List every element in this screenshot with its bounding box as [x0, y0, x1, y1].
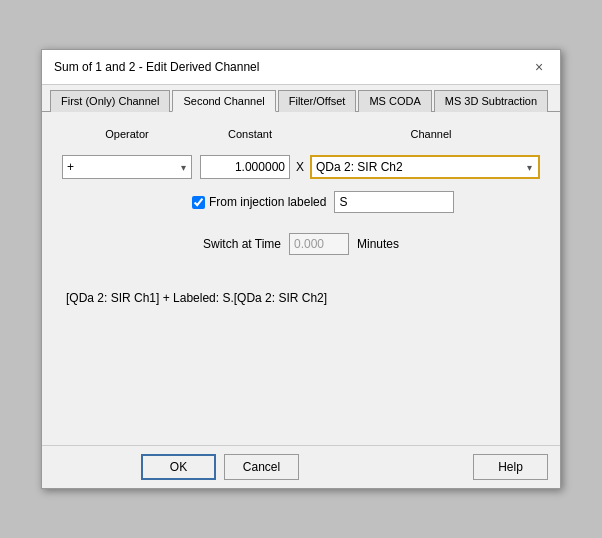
- switch-input[interactable]: [289, 233, 349, 255]
- dialog: Sum of 1 and 2 - Edit Derived Channel × …: [41, 49, 561, 489]
- button-bar: OK Cancel Help: [42, 445, 560, 488]
- title-bar: Sum of 1 and 2 - Edit Derived Channel ×: [42, 50, 560, 85]
- channel-label: Channel: [322, 128, 540, 140]
- button-bar-inner: OK Cancel Help: [54, 454, 548, 480]
- x-label: X: [296, 160, 304, 174]
- tab-bar: First (Only) Channel Second Channel Filt…: [42, 85, 560, 112]
- tab-filter-offset[interactable]: Filter/Offset: [278, 90, 357, 112]
- formula-text: [QDa 2: SIR Ch1] + Labeled: S.[QDa 2: SI…: [66, 291, 327, 305]
- injection-text-input[interactable]: [334, 191, 454, 213]
- tab-second-channel[interactable]: Second Channel: [172, 90, 275, 112]
- operator-label: Operator: [62, 128, 192, 140]
- constant-input[interactable]: [200, 155, 290, 179]
- dialog-title: Sum of 1 and 2 - Edit Derived Channel: [54, 60, 259, 74]
- help-button[interactable]: Help: [473, 454, 548, 480]
- close-button[interactable]: ×: [530, 58, 548, 76]
- ok-button[interactable]: OK: [141, 454, 216, 480]
- tab-ms-coda[interactable]: MS CODA: [358, 90, 431, 112]
- operator-select-wrapper: + - * /: [62, 155, 192, 179]
- channel-select-wrapper: QDa 2: SIR Ch1 QDa 2: SIR Ch2: [310, 155, 540, 179]
- btn-group-center: OK Cancel: [141, 454, 299, 480]
- minutes-label: Minutes: [357, 237, 399, 251]
- tab-first-channel[interactable]: First (Only) Channel: [50, 90, 170, 112]
- injection-row: From injection labeled: [62, 191, 540, 213]
- formula-row: [QDa 2: SIR Ch1] + Labeled: S.[QDa 2: SI…: [62, 283, 540, 313]
- content-area: Operator Constant Channel + - * / X: [42, 112, 560, 445]
- cancel-button[interactable]: Cancel: [224, 454, 299, 480]
- operator-select[interactable]: + - * /: [62, 155, 192, 179]
- field-labels-row: Operator Constant Channel: [62, 128, 540, 143]
- switch-row: Switch at Time Minutes: [62, 233, 540, 255]
- tab-ms-3d-subtraction[interactable]: MS 3D Subtraction: [434, 90, 548, 112]
- controls-row: + - * / X QDa 2: SIR Ch1 QDa 2: SIR Ch2: [62, 155, 540, 179]
- injection-label-text: From injection labeled: [209, 195, 326, 209]
- channel-select[interactable]: QDa 2: SIR Ch1 QDa 2: SIR Ch2: [310, 155, 540, 179]
- injection-checkbox[interactable]: [192, 196, 205, 209]
- injection-checkbox-label[interactable]: From injection labeled: [192, 195, 326, 209]
- constant-label: Constant: [200, 128, 300, 140]
- switch-label: Switch at Time: [203, 237, 281, 251]
